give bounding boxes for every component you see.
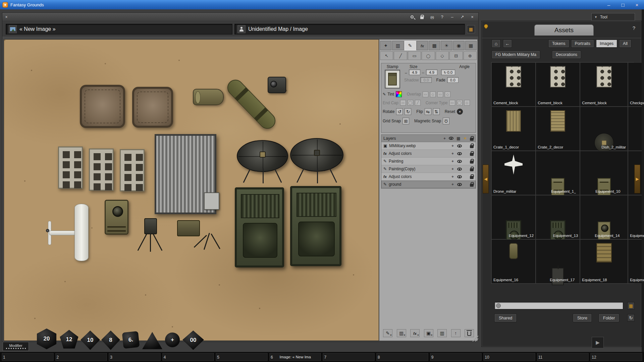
angle-input[interactable]: 0.0	[441, 69, 455, 75]
asset-search-input[interactable]	[502, 303, 622, 308]
minimize-window-icon[interactable]	[449, 14, 455, 20]
hotbar-slot-2[interactable]: 2	[55, 353, 108, 361]
end-cap-option-2[interactable]	[408, 100, 413, 106]
asset-cement-block-3[interactable]: Cement_block	[580, 62, 628, 107]
panel-next-arrow[interactable]: ▶	[634, 165, 640, 193]
target-icon[interactable]	[451, 174, 454, 179]
hotbar-image-shortcut[interactable]: Image: « New Ima	[269, 355, 321, 359]
lock-icon[interactable]	[470, 153, 474, 156]
asset-cement-block-2[interactable]: Cement_block	[536, 62, 580, 107]
grid-tool-tab[interactable]	[465, 41, 477, 50]
rotate-right-button[interactable]	[405, 108, 411, 115]
target-icon[interactable]	[451, 143, 454, 148]
asset-equipment-12[interactable]: Equipment_12	[491, 195, 536, 239]
hotbar-slot-10[interactable]: 10	[483, 353, 536, 361]
hotbar-slot-11[interactable]: 11	[537, 353, 589, 361]
asset-crate-1[interactable]: Crate_1_decor	[491, 107, 536, 151]
close-window-icon[interactable]	[469, 14, 476, 20]
reset-button[interactable]	[457, 109, 463, 115]
rectangle-tool[interactable]	[408, 51, 421, 60]
size-width-input[interactable]: 4.9	[409, 69, 420, 75]
asset-equipment-18[interactable]: Equipment_18	[580, 239, 628, 284]
flip-horizontal-button[interactable]	[425, 108, 431, 115]
eye-icon[interactable]	[457, 152, 462, 155]
map-stamp-dish-2[interactable]	[290, 138, 343, 183]
add-stamp-button[interactable]: +	[383, 329, 392, 337]
map-stamp-camera-box[interactable]	[105, 200, 128, 235]
lighting-layers-icon[interactable]	[463, 136, 467, 141]
end-cap-option-3[interactable]	[415, 100, 421, 106]
pin-icon[interactable]	[483, 23, 489, 29]
corner-option-3[interactable]	[464, 100, 470, 106]
visibility-all-icon[interactable]	[449, 137, 453, 140]
duplicate-layer-button[interactable]	[437, 329, 447, 337]
map-stamp-cement-block-3[interactable]	[120, 149, 145, 191]
folder-button[interactable]: Folder	[599, 314, 619, 322]
grid-snap-toggle[interactable]	[402, 118, 409, 124]
close-button[interactable]	[630, 0, 644, 9]
stamp-preview[interactable]	[385, 70, 400, 88]
asset-cement-block-1[interactable]: Cement_block	[491, 62, 536, 107]
hotbar-slot-4[interactable]: 4	[162, 353, 215, 361]
rotate-left-button[interactable]	[396, 108, 403, 115]
map-stamp-tripod-device-1[interactable]	[136, 218, 164, 253]
tool-dropdown[interactable]: ▼ Tool	[591, 13, 635, 21]
popout-icon[interactable]	[459, 14, 466, 20]
grid-layers-icon[interactable]	[457, 136, 460, 141]
eraser-tool[interactable]	[449, 51, 463, 60]
flip-vertical-button[interactable]	[433, 108, 440, 115]
broadcast-icon[interactable]	[429, 14, 435, 20]
overlap-option-4[interactable]	[445, 92, 450, 97]
store-button[interactable]: Store	[573, 314, 592, 322]
roll-plus-button[interactable]: +	[165, 333, 180, 347]
target-icon[interactable]	[451, 167, 454, 171]
asset-crate-2[interactable]: Crate_2_decor	[536, 107, 580, 151]
zoom-icon[interactable]	[409, 14, 415, 20]
hotbar-slot-7[interactable]: 7	[322, 353, 375, 361]
play-button[interactable]: ▶	[592, 337, 604, 348]
link-size-icon[interactable]	[421, 70, 425, 74]
asset-equipment-13[interactable]: Equipment_13	[536, 195, 580, 239]
map-stamp-canvas-pad-1[interactable]	[80, 85, 125, 128]
effects-tool-tab[interactable]	[417, 41, 428, 50]
lock-icon[interactable]	[419, 14, 425, 20]
lock-all-icon[interactable]	[470, 138, 474, 141]
map-stamp-generator-1[interactable]	[235, 187, 284, 267]
draw-tool-tab[interactable]	[405, 41, 416, 50]
tab-images[interactable]: Images	[596, 40, 617, 48]
layers-tool-tab[interactable]	[392, 41, 404, 50]
asset-equipment-1[interactable]: Equipment_1_	[536, 151, 580, 195]
modifier-box[interactable]: Modifier	[3, 342, 29, 351]
hotbar-slot-9[interactable]: 9	[430, 353, 482, 361]
lighting-tool-tab[interactable]	[441, 41, 452, 50]
map-stamp-canister[interactable]	[193, 89, 224, 105]
line-tool[interactable]	[394, 51, 407, 60]
add-effect-button[interactable]: +	[410, 329, 420, 337]
lock-icon[interactable]	[470, 145, 474, 148]
map-stamp-cement-block-1[interactable]	[58, 146, 83, 189]
asset-drone[interactable]: Drone_militar	[491, 151, 536, 195]
map-stamp-tripod-device-2[interactable]	[172, 220, 220, 251]
eye-icon[interactable]	[457, 183, 462, 186]
eye-icon[interactable]	[457, 168, 462, 171]
map-stamp-camera[interactable]	[268, 77, 286, 93]
minimize-button[interactable]	[602, 0, 616, 9]
asset-dish-2[interactable]: Dish_2_militar	[580, 107, 628, 151]
tab-tokens[interactable]: Tokens	[548, 40, 569, 48]
magnetic-snap-toggle[interactable]	[443, 118, 449, 124]
eye-icon[interactable]	[457, 175, 462, 178]
tab-portraits[interactable]: Portraits	[571, 40, 594, 48]
hotbar-slot-1[interactable]: 1	[1, 353, 54, 361]
map-stamp-cement-block-2[interactable]	[89, 148, 114, 191]
tint-swatch[interactable]	[396, 91, 402, 97]
fade-input[interactable]: 0.0	[447, 77, 459, 83]
home-button[interactable]	[492, 40, 500, 48]
dice-tool-tab[interactable]	[380, 41, 391, 50]
image-type-field[interactable]: Unidentified Map / Image	[234, 24, 465, 35]
layer-row-painting[interactable]: Painting	[381, 158, 476, 165]
asset-equipment-10[interactable]: Equipment_10	[580, 151, 628, 195]
map-stamp-canvas-pad-2[interactable]	[132, 87, 173, 128]
layer-row-adjust-colors-1[interactable]: Adjust colors	[381, 150, 476, 158]
overlap-option-1[interactable]	[423, 92, 428, 97]
end-cap-option-1[interactable]	[400, 100, 406, 106]
